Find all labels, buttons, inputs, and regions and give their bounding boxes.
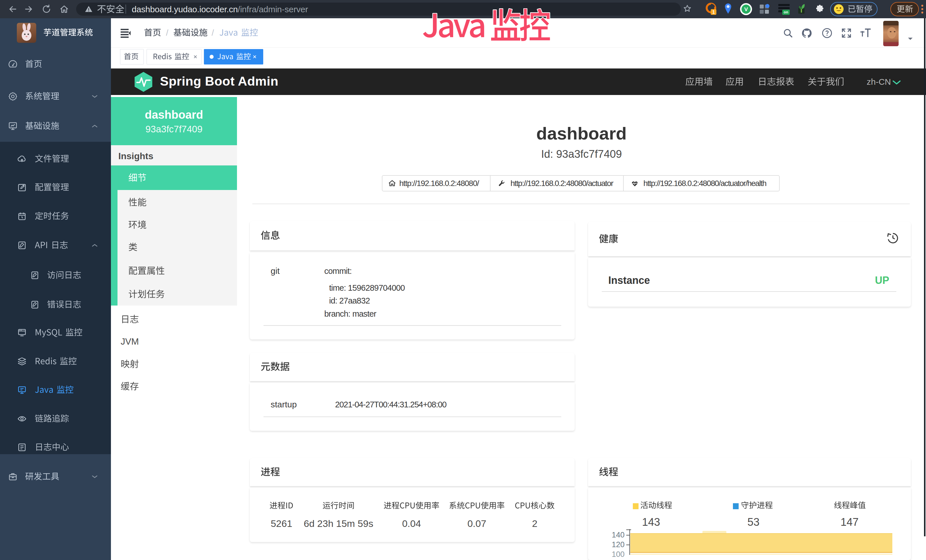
svg-text:on: on xyxy=(784,10,788,14)
svg-text:V: V xyxy=(744,6,748,12)
svg-text:1: 1 xyxy=(713,10,715,15)
